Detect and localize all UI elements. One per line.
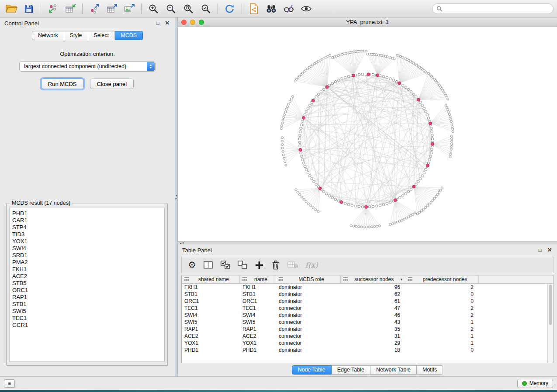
save-icon[interactable] (21, 2, 37, 16)
dominator-node[interactable] (431, 143, 434, 146)
deselect-all-icon[interactable] (238, 261, 247, 269)
add-column-icon[interactable] (255, 261, 264, 270)
table-row[interactable]: STB1STB1dominator620 (182, 291, 553, 298)
minimize-window-icon[interactable] (190, 20, 195, 25)
mcds-result-item[interactable]: YOX1 (12, 238, 162, 245)
float-table-panel-icon[interactable]: □ (537, 247, 543, 253)
import-table-icon[interactable] (62, 2, 78, 16)
mcds-result-item[interactable]: GCR1 (12, 322, 162, 329)
tab-edge-table[interactable]: Edge Table (332, 365, 370, 375)
column-header-predecessor-nodes[interactable]: predecessor nodes (405, 275, 479, 283)
column-header-MCDS-role[interactable]: MCDS role (276, 275, 341, 283)
tab-node-table[interactable]: Node Table (292, 365, 332, 375)
tab-motifs[interactable]: Motifs (417, 365, 443, 375)
export-image-icon[interactable] (121, 2, 137, 16)
network-window-titlebar[interactable]: YPA_prune.txt_1 (178, 17, 557, 27)
vertical-splitter[interactable]: ◂▸ (175, 17, 178, 376)
dominator-node[interactable] (302, 117, 305, 120)
mcds-result-item[interactable]: CAR1 (12, 217, 162, 224)
dominator-node[interactable] (417, 98, 420, 101)
mcds-result-list[interactable]: PHD1CAR1STP4TID3YOX1SWI4SRD1PMA2FKH1ACE2… (9, 208, 165, 362)
mcds-result-item[interactable]: SRD1 (12, 252, 162, 259)
table-row[interactable]: ACE2ACE2connector311 (182, 333, 553, 340)
scrollbar-thumb[interactable] (549, 285, 552, 325)
table-row[interactable]: RAP1RAP1dominator352 (182, 326, 553, 333)
table-row[interactable]: YOX1YOX1connector291 (182, 340, 553, 347)
show-columns-icon[interactable] (204, 261, 213, 269)
dominator-node[interactable] (412, 185, 415, 188)
table-settings-gear-icon[interactable]: ⚙ (188, 260, 196, 270)
mcds-result-item[interactable]: SWI5 (12, 308, 162, 315)
search-input[interactable] (445, 6, 549, 12)
dominator-node[interactable] (340, 201, 343, 204)
import-network-icon[interactable] (45, 2, 61, 16)
zoom-out-icon[interactable] (163, 2, 179, 16)
glasses-icon[interactable] (281, 2, 297, 16)
dominator-node[interactable] (365, 206, 368, 209)
table-scrollbar[interactable] (547, 284, 553, 363)
delete-column-trash-icon[interactable] (271, 260, 280, 270)
close-table-panel-icon[interactable]: ✕ (547, 247, 553, 253)
mcds-result-item[interactable]: TID3 (12, 231, 162, 238)
close-panel-button[interactable]: Close panel (90, 79, 134, 89)
eye-icon[interactable] (298, 2, 314, 16)
dominator-node[interactable] (376, 74, 379, 77)
tab-style[interactable]: Style (64, 31, 88, 40)
zoom-fit-icon[interactable] (180, 2, 196, 16)
column-header-name[interactable]: name (240, 275, 276, 283)
mcds-result-item[interactable]: STB5 (12, 280, 162, 287)
mcds-result-item[interactable]: STP4 (12, 224, 162, 231)
dominator-node[interactable] (325, 86, 329, 89)
mcds-result-item[interactable]: STB1 (12, 301, 162, 308)
zoom-selected-icon[interactable] (198, 2, 214, 16)
export-table-icon[interactable] (104, 2, 120, 16)
dominator-node[interactable] (429, 122, 432, 125)
mcds-result-item[interactable]: RAP1 (12, 294, 162, 301)
network-canvas[interactable] (178, 27, 557, 241)
table-row[interactable]: SWI5SWI5connector431 (182, 319, 553, 326)
table-row[interactable]: FKH1FKH1dominator962 (182, 284, 553, 291)
float-panel-icon[interactable]: □ (155, 20, 161, 26)
dominator-node[interactable] (311, 99, 315, 102)
memory-button[interactable]: Memory (517, 379, 553, 388)
horizontal-splitter[interactable]: ▴▾ (178, 241, 557, 244)
table-row[interactable]: TEC1TEC1connector472 (182, 305, 553, 312)
table-row[interactable]: SWI4SWI4dominator462 (182, 312, 553, 319)
first-neighbors-binoculars-icon[interactable] (263, 2, 279, 16)
mcds-result-item[interactable]: TEC1 (12, 315, 162, 322)
column-header-shared-name[interactable]: shared name (182, 275, 240, 283)
table-row[interactable]: PHD1PHD1dominator180 (182, 347, 553, 354)
mcds-result-item[interactable]: ORC1 (12, 287, 162, 294)
column-header-successor-nodes[interactable]: successor nodes▾ (341, 275, 405, 283)
tab-network[interactable]: Network (32, 31, 64, 40)
mcds-result-item[interactable]: PHD1 (12, 210, 162, 217)
close-panel-icon[interactable]: ✕ (164, 20, 170, 26)
mcds-result-item[interactable]: FKH1 (12, 266, 162, 273)
share-document-icon[interactable] (246, 2, 262, 16)
mcds-result-item[interactable]: ACE2 (12, 273, 162, 280)
open-folder-icon[interactable] (3, 2, 19, 16)
close-window-icon[interactable] (181, 20, 187, 25)
criterion-dropdown[interactable]: largest connected component (undirected)… (19, 61, 156, 72)
mcds-result-item[interactable]: SWI4 (12, 245, 162, 252)
panel-menu-icon[interactable]: ≡ (4, 379, 15, 388)
dominator-node[interactable] (318, 187, 322, 190)
tab-mcds[interactable]: MCDS (115, 31, 143, 40)
dominator-node[interactable] (394, 199, 397, 202)
maximize-window-icon[interactable] (199, 20, 204, 25)
refresh-icon[interactable] (222, 2, 238, 16)
mcds-result-item[interactable]: PMA2 (12, 259, 162, 266)
dominator-node[interactable] (426, 164, 429, 167)
dominator-node[interactable] (367, 73, 370, 76)
search-box[interactable] (432, 3, 554, 14)
dominator-node[interactable] (299, 148, 302, 151)
table-row[interactable]: ORC1ORC1dominator610 (182, 298, 553, 305)
dominator-node[interactable] (352, 74, 355, 77)
zoom-in-icon[interactable] (145, 2, 161, 16)
tab-select[interactable]: Select (88, 31, 115, 40)
run-mcds-button[interactable]: Run MCDS (41, 79, 84, 89)
export-network-icon[interactable] (86, 2, 102, 16)
select-all-icon[interactable] (221, 261, 230, 269)
tab-network-table[interactable]: Network Table (370, 365, 417, 375)
dominator-node[interactable] (398, 82, 401, 85)
